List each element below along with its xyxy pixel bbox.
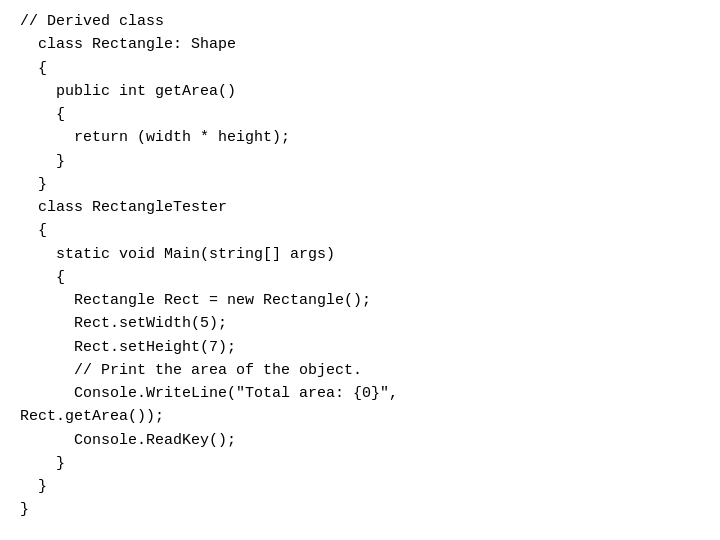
code-line: { — [20, 57, 700, 80]
code-line: } — [20, 452, 700, 475]
code-line: } — [20, 475, 700, 498]
code-line: return (width * height); — [20, 126, 700, 149]
code-line: class RectangleTester — [20, 196, 700, 219]
code-line: // Derived class — [20, 10, 700, 33]
code-line: } — [20, 150, 700, 173]
code-line: static void Main(string[] args) — [20, 243, 700, 266]
code-line: public int getArea() — [20, 80, 700, 103]
code-line: Console.ReadKey(); — [20, 429, 700, 452]
code-line: Rect.setHeight(7); — [20, 336, 700, 359]
code-line: Rect.setWidth(5); — [20, 312, 700, 335]
code-line: Rect.getArea()); — [20, 405, 700, 428]
code-block: // Derived class class Rectangle: Shape … — [0, 0, 720, 532]
code-line: { — [20, 103, 700, 126]
code-line: Rectangle Rect = new Rectangle(); — [20, 289, 700, 312]
code-line: } — [20, 173, 700, 196]
code-line: { — [20, 266, 700, 289]
code-line: class Rectangle: Shape — [20, 33, 700, 56]
code-line: } — [20, 498, 700, 521]
code-line: { — [20, 219, 700, 242]
code-line: // Print the area of the object. — [20, 359, 700, 382]
code-line: Console.WriteLine("Total area: {0}", — [20, 382, 700, 405]
